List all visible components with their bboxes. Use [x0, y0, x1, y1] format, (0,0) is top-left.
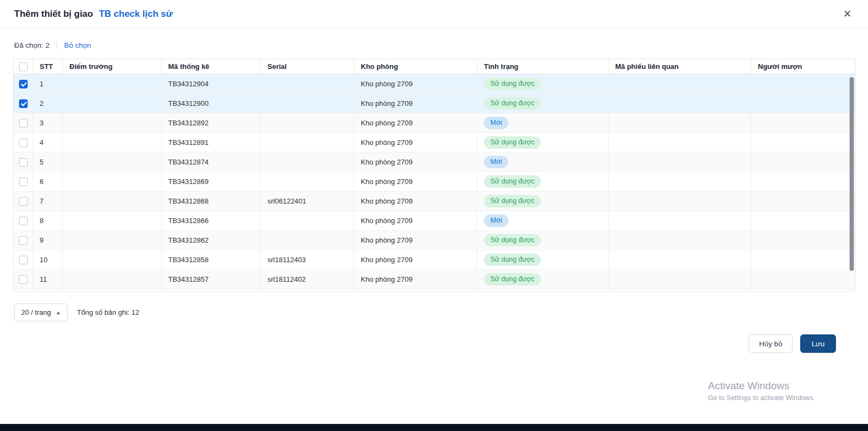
table-row: 3 TB34312892 Kho phòng 2709 Mới [14, 113, 855, 133]
cell-diem-truong [63, 94, 162, 113]
cell-ma-phieu [609, 231, 751, 250]
row-checkbox[interactable] [19, 256, 28, 264]
cell-ma-thong-ke: TB34312874 [162, 153, 261, 172]
row-checkbox-cell [14, 231, 33, 250]
select-all-checkbox[interactable] [19, 62, 28, 71]
cell-stt: 8 [33, 211, 63, 230]
cell-tinh-trang: Sử dụng được [477, 133, 609, 152]
col-header-kho-phong: Kho phòng [354, 59, 477, 74]
cell-ma-thong-ke: TB34312858 [162, 250, 261, 269]
page-size-select[interactable]: 20 / trang ▲ [14, 303, 68, 321]
cell-diem-truong [63, 270, 162, 289]
cell-stt: 3 [33, 113, 63, 132]
cell-serial [261, 94, 354, 113]
cell-ma-phieu [609, 270, 751, 289]
row-checkbox[interactable] [19, 197, 28, 206]
cell-ma-thong-ke: TB34312891 [162, 133, 261, 152]
col-header-stt: STT [33, 59, 63, 74]
cell-serial [261, 231, 354, 250]
cell-tinh-trang: Sử dụng được [477, 231, 609, 250]
cell-ma-thong-ke: TB34312868 [162, 192, 261, 211]
cell-nguoi-muon [751, 192, 855, 211]
table-row: 11 TB34312857 srl18112402 Kho phòng 2709… [14, 270, 855, 289]
table-row: 10 TB34312858 srl18112403 Kho phòng 2709… [14, 250, 855, 270]
cell-diem-truong [63, 133, 162, 152]
cell-serial [261, 113, 354, 132]
cell-ma-thong-ke: TB34312862 [162, 231, 261, 250]
cell-ma-thong-ke: TB34312866 [162, 211, 261, 230]
table-header-row: STT Điểm trường Mã thống kê Serial Kho p… [14, 59, 855, 74]
col-header-ma-thong-ke: Mã thống kê [162, 59, 261, 74]
row-checkbox[interactable] [19, 217, 28, 225]
table-row: 7 TB34312868 srl06122401 Kho phòng 2709 … [14, 192, 855, 211]
table-row: 5 TB34312874 Kho phòng 2709 Mới [14, 153, 855, 172]
row-checkbox[interactable] [19, 99, 28, 108]
cell-stt: 7 [33, 192, 63, 211]
cell-tinh-trang: Sử dụng được [477, 74, 609, 93]
cell-serial [261, 133, 354, 152]
cell-kho-phong: Kho phòng 2709 [354, 94, 477, 113]
cell-serial [261, 74, 354, 93]
cell-ma-phieu [609, 94, 751, 113]
cell-kho-phong: Kho phòng 2709 [354, 133, 477, 152]
close-icon[interactable]: ✕ [841, 7, 854, 21]
device-table: STT Điểm trường Mã thống kê Serial Kho p… [13, 59, 856, 291]
row-checkbox[interactable] [19, 138, 28, 147]
col-header-serial: Serial [261, 59, 354, 74]
col-header-nguoi-muon: Người mượn [751, 59, 855, 74]
status-badge: Sử dụng được [484, 136, 541, 149]
cell-serial: srl18112403 [261, 250, 354, 269]
row-checkbox-cell [14, 172, 33, 191]
cell-diem-truong [63, 192, 162, 211]
cell-diem-truong [63, 250, 162, 269]
table-body: 1 TB34312904 Kho phòng 2709 Sử dụng được… [14, 74, 855, 289]
cell-stt: 6 [33, 172, 63, 191]
row-checkbox[interactable] [19, 275, 28, 284]
cell-diem-truong [63, 153, 162, 172]
cell-ma-thong-ke: TB34312857 [162, 270, 261, 289]
bottom-taskbar-edge [0, 424, 868, 431]
cell-serial: srl18112402 [261, 270, 354, 289]
row-checkbox[interactable] [19, 119, 28, 128]
cell-ma-thong-ke: TB34312904 [162, 74, 261, 93]
save-button[interactable]: Lưu [800, 334, 836, 353]
cancel-button[interactable]: Hủy bỏ [749, 334, 793, 353]
cell-ma-thong-ke: TB34312900 [162, 94, 261, 113]
status-badge: Mới [484, 117, 508, 129]
cell-nguoi-muon [751, 270, 855, 289]
cell-stt: 2 [33, 94, 63, 113]
col-header-ma-phieu: Mã phiếu liên quan [609, 59, 751, 74]
cell-diem-truong [63, 74, 162, 93]
cell-ma-thong-ke: TB34312892 [162, 113, 261, 132]
modal-header: Thêm thiết bị giao TB check lịch sử ✕ [0, 0, 868, 28]
row-checkbox[interactable] [19, 158, 28, 167]
cell-ma-phieu [609, 250, 751, 269]
cell-stt: 5 [33, 153, 63, 172]
vertical-scrollbar[interactable] [850, 77, 854, 271]
status-badge: Sử dụng được [484, 175, 541, 188]
cell-tinh-trang: Mới [477, 113, 609, 132]
row-checkbox-cell [14, 74, 33, 93]
cell-diem-truong [63, 211, 162, 230]
modal-title: Thêm thiết bị giao [14, 9, 93, 19]
row-checkbox[interactable] [19, 178, 28, 186]
header-checkbox-cell [14, 59, 33, 74]
deselect-link[interactable]: Bỏ chọn [64, 41, 91, 49]
watermark-line2: Go to Settings to activate Windows. [708, 394, 815, 402]
watermark-line1: Activate Windows [708, 380, 815, 392]
row-checkbox-cell [14, 94, 33, 113]
cell-tinh-trang: Sử dụng được [477, 250, 609, 269]
table-row: 4 TB34312891 Kho phòng 2709 Sử dụng được [14, 133, 855, 153]
row-checkbox[interactable] [19, 80, 28, 88]
cell-stt: 11 [33, 270, 63, 289]
cell-tinh-trang: Sử dụng được [477, 94, 609, 113]
cell-kho-phong: Kho phòng 2709 [354, 172, 477, 191]
cell-nguoi-muon [751, 153, 855, 172]
history-check-link[interactable]: TB check lịch sử [99, 9, 173, 19]
row-checkbox[interactable] [19, 236, 28, 245]
cell-tinh-trang: Mới [477, 153, 609, 172]
total-records: Tổng số bản ghi: 12 [77, 308, 139, 316]
cell-ma-phieu [609, 74, 751, 93]
cell-serial [261, 172, 354, 191]
cell-nguoi-muon [751, 231, 855, 250]
